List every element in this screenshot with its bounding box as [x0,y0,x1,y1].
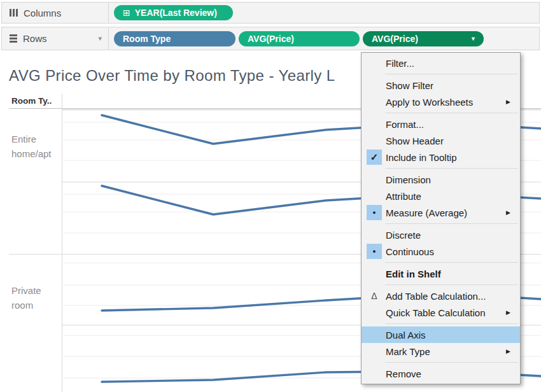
submenu-arrow-icon: ▶ [506,209,519,216]
pill-label: YEAR(Last Review) [135,8,217,18]
columns-shelf[interactable]: Columns ⊞ YEAR(Last Review) [1,2,540,24]
submenu-arrow-icon: ▶ [506,99,519,105]
menu-separator [385,223,518,224]
checked-state-box: ✓ [367,150,382,165]
tableau-worksheet: Columns ⊞ YEAR(Last Review) Rows ▾ Room … [0,0,541,392]
radio-dot-icon: ● [372,209,376,216]
rows-shelf-label: Rows ▾ [2,27,109,50]
menu-item-remove[interactable]: Remove [362,365,520,382]
menu-item-format[interactable]: Format... [362,116,520,132]
columns-pill-tray: ⊞ YEAR(Last Review) [109,5,233,20]
selected-state-box: ● [367,244,382,259]
menu-item-dual-axis[interactable]: Dual Axis [362,326,520,343]
pill-year-last-review[interactable]: ⊞ YEAR(Last Review) [114,5,233,20]
submenu-arrow-icon: ▶ [506,309,519,316]
row-label-entire-home[interactable]: Entire home/apt [11,132,61,161]
expand-plus-icon: ⊞ [123,8,130,17]
pill-label: Room Type [123,34,171,44]
menu-item-show-filter[interactable]: Show Filter [362,77,520,94]
rows-shelf-caret-icon[interactable]: ▾ [98,34,102,43]
menu-separator [385,262,518,263]
menu-item-show-header[interactable]: Show Header [362,132,520,149]
pill-label: AVG(Price) [248,34,294,44]
columns-icon [10,9,18,17]
menu-item-apply-to-worksheets[interactable]: Apply to Worksheets ▶ [362,94,520,110]
delta-icon: Δ [371,291,377,301]
row-field-header[interactable]: Room Ty.. [11,96,52,106]
menu-item-quick-table-calculation[interactable]: Quick Table Calculation ▶ [362,304,520,321]
row-label-private-room[interactable]: Private room [11,283,61,312]
menu-separator [385,362,518,363]
radio-dot-icon: ● [372,248,376,255]
menu-item-include-in-tooltip[interactable]: ✓ Include in Tooltip [362,149,520,165]
menu-separator [385,323,518,324]
menu-item-measure-average[interactable]: ● Measure (Average) ▶ [362,204,520,221]
rows-shelf[interactable]: Rows ▾ Room Type AVG(Price) AVG(Price) ▼ [1,27,540,50]
pill-dropdown-caret-icon[interactable]: ▼ [470,36,476,42]
menu-item-mark-type[interactable]: Mark Type ▶ [362,343,520,360]
sheet-title[interactable]: AVG Price Over Time by Room Type - Yearl… [9,67,335,85]
menu-item-continuous[interactable]: ● Continuous [362,243,520,260]
menu-separator [385,113,518,113]
menu-item-dimension[interactable]: Dimension [362,171,520,188]
menu-separator [385,74,518,74]
pill-room-type[interactable]: Room Type [114,31,235,46]
rows-shelf-label-text: Rows [23,33,47,44]
pill-context-menu: Filter... Show Filter Apply to Worksheet… [361,52,521,384]
checkmark-icon: ✓ [370,151,379,163]
menu-separator [385,168,518,169]
columns-shelf-label: Columns [2,3,109,23]
menu-item-filter[interactable]: Filter... [362,55,520,71]
menu-item-attribute[interactable]: Attribute [362,188,520,204]
pill-label: AVG(Price) [372,34,418,44]
submenu-arrow-icon: ▶ [506,348,519,354]
pill-avg-price-1[interactable]: AVG(Price) [239,31,360,46]
rows-pill-tray: Room Type AVG(Price) AVG(Price) ▼ [109,31,484,46]
menu-item-edit-in-shelf[interactable]: Edit in Shelf [362,265,520,282]
menu-item-discrete[interactable]: Discrete [362,227,520,243]
menu-item-add-table-calculation[interactable]: Δ Add Table Calculation... [362,288,520,304]
rows-icon [10,34,17,43]
columns-shelf-label-text: Columns [24,8,61,18]
pill-avg-price-2-active[interactable]: AVG(Price) ▼ [363,31,484,46]
selected-state-box: ● [367,205,382,220]
menu-separator [385,284,518,285]
